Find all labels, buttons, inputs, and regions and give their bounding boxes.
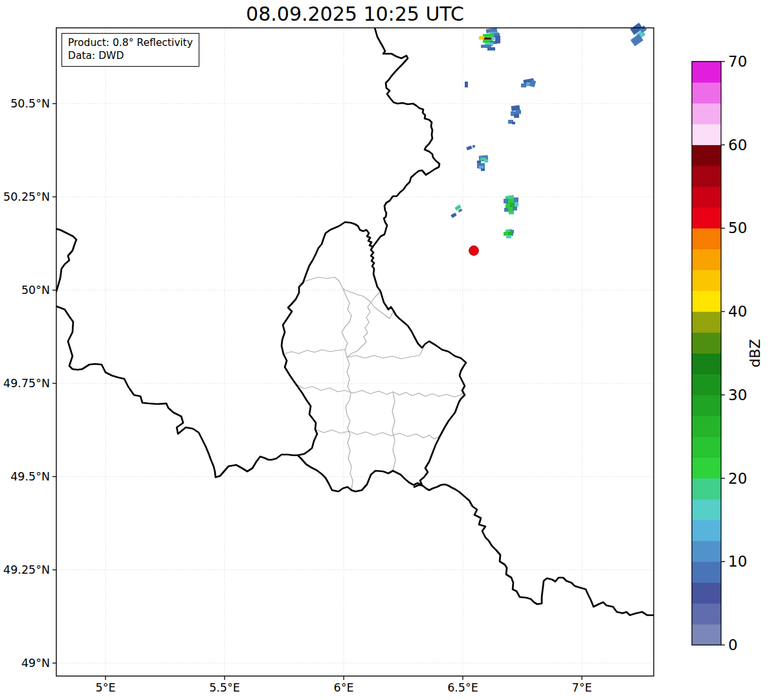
region-border bbox=[347, 291, 381, 357]
colorbar-segment bbox=[692, 62, 721, 83]
region-border bbox=[315, 429, 440, 439]
echo-cell bbox=[509, 212, 514, 214]
x-tick-label: 5.5°E bbox=[209, 681, 240, 694]
region-border bbox=[342, 289, 353, 490]
echo-cell bbox=[513, 207, 517, 210]
colorbar-segment bbox=[692, 82, 721, 104]
colorbar-segment bbox=[692, 624, 721, 645]
echo-cell bbox=[506, 235, 511, 238]
colorbar-segment bbox=[692, 436, 721, 458]
colorbar-segment bbox=[692, 165, 721, 186]
echo-cell bbox=[521, 84, 526, 87]
echo-cell bbox=[479, 36, 485, 40]
colorbar-segment bbox=[692, 520, 721, 541]
region-border bbox=[299, 277, 370, 302]
echo-cell bbox=[487, 47, 495, 51]
colorbar-tick-label: 70 bbox=[728, 53, 747, 70]
colorbar-tick-label: 10 bbox=[728, 553, 747, 570]
region-border bbox=[283, 350, 345, 354]
colorbar-segment bbox=[692, 561, 721, 583]
echo-cell bbox=[450, 212, 456, 218]
region-border bbox=[296, 384, 463, 397]
colorbar-segment bbox=[692, 582, 721, 604]
echo-cell bbox=[484, 159, 488, 163]
echo-cell bbox=[472, 145, 475, 148]
echo-cell bbox=[514, 198, 518, 203]
y-tick-label: 49.5°N bbox=[10, 470, 50, 483]
colorbar-segment bbox=[692, 228, 721, 249]
colorbar-segment bbox=[692, 311, 721, 333]
colorbar-segment bbox=[692, 394, 721, 416]
y-tick-label: 49°N bbox=[21, 657, 50, 670]
country-border bbox=[282, 222, 466, 491]
x-tick-label: 6.5°E bbox=[447, 681, 478, 694]
colorbar-segment bbox=[692, 249, 721, 270]
y-tick-label: 50.25°N bbox=[3, 190, 50, 203]
colorbar-segment bbox=[692, 374, 721, 395]
echo-cell bbox=[477, 161, 481, 163]
colorbar-tick-label: 20 bbox=[728, 470, 747, 487]
echo-cell bbox=[512, 122, 515, 124]
colorbar-segment bbox=[692, 269, 721, 291]
echo-cell bbox=[511, 230, 514, 233]
x-tick-label: 7°E bbox=[572, 681, 592, 694]
colorbar-segment bbox=[692, 186, 721, 208]
colorbar-segment bbox=[692, 353, 721, 374]
echo-cell bbox=[465, 82, 468, 87]
colorbar-segment bbox=[692, 124, 721, 145]
y-tick-label: 50°N bbox=[21, 284, 50, 297]
colorbar-segment bbox=[692, 416, 721, 437]
colorbar-segment bbox=[692, 499, 721, 520]
echo-cell bbox=[515, 202, 518, 207]
country-border bbox=[414, 484, 654, 615]
region-border bbox=[370, 302, 394, 319]
colorbar-segment bbox=[692, 291, 721, 312]
colorbar-segment bbox=[692, 332, 721, 354]
data-source-label: Data: DWD bbox=[68, 49, 193, 62]
colorbar-tick-label: 60 bbox=[728, 137, 747, 153]
colorbar-segment bbox=[692, 207, 721, 229]
echo-cell bbox=[516, 110, 521, 114]
colorbar-tick-label: 30 bbox=[728, 387, 747, 403]
colorbar-tick-label: 40 bbox=[728, 303, 747, 320]
echo-cell bbox=[484, 38, 491, 40]
product-label: Product: 0.8° Reflectivity bbox=[68, 36, 193, 49]
echo-cell bbox=[466, 146, 472, 150]
echo-cell bbox=[481, 168, 485, 171]
region-border bbox=[347, 347, 424, 359]
y-tick-label: 49.75°N bbox=[3, 377, 50, 390]
colorbar-segment bbox=[692, 457, 721, 479]
region-border bbox=[392, 392, 395, 471]
colorbar-unit-label: dBZ bbox=[747, 339, 763, 367]
y-tick-label: 49.25°N bbox=[3, 563, 50, 576]
radar-map-canvas: 5°E5.5°E6°E6.5°E7°E50.5°N50.25°N50°N49.7… bbox=[0, 0, 778, 700]
radar-map-page: { "title": "08.09.2025 10:25 UTC", "info… bbox=[0, 0, 778, 700]
colorbar-segment bbox=[692, 103, 721, 124]
colorbar-tick-label: 50 bbox=[728, 220, 747, 236]
echo-cell bbox=[495, 36, 500, 43]
country-border bbox=[56, 306, 298, 477]
country-border bbox=[55, 229, 76, 291]
colorbar-segment bbox=[692, 603, 721, 624]
colorbar-segment bbox=[692, 144, 721, 166]
colorbar-tick-label: 0 bbox=[728, 637, 738, 653]
colorbar-segment bbox=[692, 541, 721, 562]
colorbar-segment bbox=[692, 478, 721, 499]
x-tick-label: 6°E bbox=[334, 681, 354, 694]
x-tick-label: 5°E bbox=[96, 681, 116, 694]
product-info-box: Product: 0.8° Reflectivity Data: DWD bbox=[61, 33, 199, 67]
y-tick-label: 50.5°N bbox=[10, 97, 50, 110]
radar-site-marker bbox=[469, 246, 479, 256]
echo-cell bbox=[514, 114, 519, 118]
country-border bbox=[373, 28, 439, 247]
